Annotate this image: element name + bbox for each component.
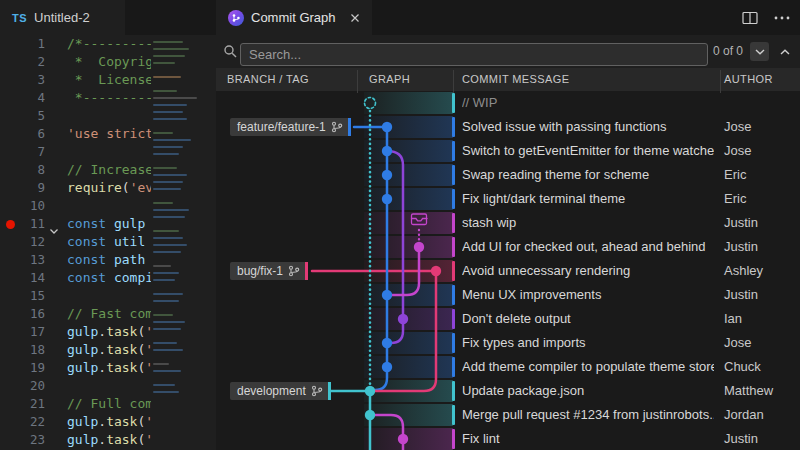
panel-tab-title: Commit Graph: [251, 10, 336, 25]
commit-author: Justin: [724, 235, 758, 259]
typescript-file-icon: TS: [12, 12, 27, 24]
fold-chevron-icon[interactable]: [49, 221, 59, 239]
search-input[interactable]: [240, 43, 708, 66]
code-content: /*---------- * Copyrig * License *------…: [67, 35, 151, 449]
column-branch-tag[interactable]: BRANCH / TAG: [227, 68, 309, 91]
commit-message: Fix lint: [462, 427, 714, 450]
commit-author: Justin: [724, 427, 758, 450]
commit-author: Jordan: [724, 403, 764, 427]
column-headers: BRANCH / TAG GRAPH COMMIT MESSAGE AUTHOR: [216, 68, 800, 91]
line-number: 21: [0, 395, 45, 413]
code-line: [67, 287, 151, 305]
commit-message: Update package.json: [462, 379, 714, 403]
commit-author: Justin: [724, 283, 758, 307]
branch-color-bar: [328, 382, 331, 400]
editor-actions: [742, 0, 790, 35]
stash-icon: [412, 214, 428, 225]
code-line: // Full com: [67, 395, 151, 413]
line-number: 6: [0, 125, 45, 143]
commit-message: // WIP: [462, 91, 714, 115]
line-number: 22: [0, 413, 45, 431]
search-icon: [223, 44, 238, 63]
code-line: gulp.task(': [67, 413, 151, 431]
commit-message: Add UI for checked out, ahead and behind: [462, 235, 714, 259]
tab-untitled-2[interactable]: TS Untitled-2: [0, 0, 125, 35]
branch-name: bug/fix-1: [237, 264, 283, 278]
column-commit-message[interactable]: COMMIT MESSAGE: [462, 68, 569, 91]
code-line: [67, 143, 151, 161]
commit-author: Justin: [724, 211, 758, 235]
code-line: const path: [67, 251, 151, 269]
commit-author: Jose: [724, 331, 751, 355]
line-number: 18: [0, 341, 45, 359]
commit-message: Avoid unnecessary rendering: [462, 259, 714, 283]
commit-message: Merge pull request #1234 from justinrobo…: [462, 403, 714, 427]
commit-author: Jose: [724, 139, 751, 163]
git-branch-icon: [311, 385, 323, 397]
code-line: * License: [67, 71, 151, 89]
line-number: 19: [0, 359, 45, 377]
commit-author: Eric: [724, 163, 746, 187]
branch-color-bar: [305, 262, 308, 280]
commit-author: Matthew: [724, 379, 773, 403]
more-actions-icon[interactable]: [774, 16, 790, 20]
code-line: gulp.task(': [67, 341, 151, 359]
split-editor-icon[interactable]: [742, 11, 758, 25]
branch-label[interactable]: bug/fix-1: [230, 262, 308, 280]
code-line: gulp.task(': [67, 431, 151, 449]
tab-strip: TS Untitled-2 Commit Graph: [0, 0, 800, 35]
commit-message: Fix types and imports: [462, 331, 714, 355]
line-number: 12: [0, 233, 45, 251]
search-bar: 0 of 0: [216, 35, 800, 68]
line-number: 2: [0, 53, 45, 71]
code-editor[interactable]: 1234567891011121314151617181920212223 /*…: [0, 35, 216, 450]
line-numbers: 1234567891011121314151617181920212223: [0, 35, 45, 449]
line-number: 3: [0, 71, 45, 89]
tab-commit-graph[interactable]: Commit Graph: [216, 0, 372, 35]
line-number: 7: [0, 143, 45, 161]
line-number: 16: [0, 305, 45, 323]
code-line: const gulp: [67, 215, 151, 233]
search-next-icon[interactable]: [750, 42, 769, 61]
code-line: [67, 107, 151, 125]
commit-message: stash wip: [462, 211, 714, 235]
commit-author: Ashley: [724, 259, 763, 283]
branch-label[interactable]: development: [230, 382, 331, 400]
git-branch-icon: [331, 121, 343, 133]
commit-message: Solved issue with passing functions: [462, 115, 714, 139]
commit-message: Swap reading theme for scheme: [462, 163, 714, 187]
line-number: 15: [0, 287, 45, 305]
line-number: 17: [0, 323, 45, 341]
column-graph[interactable]: GRAPH: [369, 68, 410, 91]
line-number: 9: [0, 179, 45, 197]
branch-name: feature/feature-1: [237, 120, 326, 134]
code-line: // Fast com: [67, 305, 151, 323]
line-number: 1: [0, 35, 45, 53]
search-prev-icon[interactable]: [775, 42, 794, 61]
commit-message: Add theme compiler to populate theme sto…: [462, 355, 714, 379]
line-number: 20: [0, 377, 45, 395]
code-line: gulp.task(': [67, 323, 151, 341]
commit-author: Eric: [724, 187, 746, 211]
branch-name: development: [237, 384, 306, 398]
commit-graph-panel: 0 of 0 BRANCH / TAG GRAPH COMMIT MESSAGE…: [216, 35, 800, 450]
commit-message: Fix light/dark terminal theme: [462, 187, 714, 211]
git-branch-icon: [288, 265, 300, 277]
close-tab-icon[interactable]: [350, 13, 360, 23]
line-number: 14: [0, 269, 45, 287]
branch-label[interactable]: feature/feature-1: [230, 118, 351, 136]
commit-author: Jose: [724, 115, 751, 139]
code-line: gulp.task(': [67, 359, 151, 377]
editor-tab-title: Untitled-2: [34, 10, 90, 25]
commit-author: Chuck: [724, 355, 761, 379]
code-line: *----------: [67, 89, 151, 107]
minimap[interactable]: [150, 37, 216, 450]
line-number: 23: [0, 431, 45, 449]
column-author[interactable]: AUTHOR: [724, 68, 773, 91]
search-result-count: 0 of 0: [713, 35, 743, 68]
commit-message: Don't delete output: [462, 307, 714, 331]
commit-message: Menu UX improvements: [462, 283, 714, 307]
code-line: const util: [67, 233, 151, 251]
commit-author: Ian: [724, 307, 742, 331]
breakpoint-icon[interactable]: [6, 220, 15, 229]
